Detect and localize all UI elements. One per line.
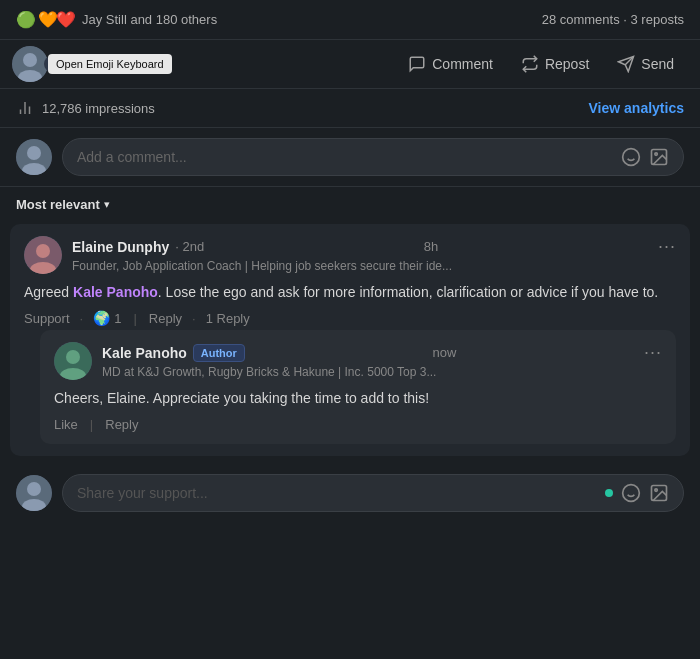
commenter-avatar — [16, 139, 52, 175]
dot-sep-1: · — [80, 311, 84, 326]
elaine-name-row: Elaine Dunphy · 2nd 8h ··· — [72, 236, 676, 257]
kale-name: Kale Panoho — [102, 345, 187, 361]
view-analytics-link[interactable]: View analytics — [589, 100, 684, 116]
elaine-actions-row: Support · 🌍 1 | Reply · 1 Reply — [24, 310, 676, 326]
share-support-row: Share your support... — [0, 466, 700, 522]
send-label: Send — [641, 56, 674, 72]
share-input-box[interactable]: Share your support... — [62, 474, 684, 512]
share-avatar — [16, 475, 52, 511]
kale-more-dots[interactable]: ··· — [644, 342, 662, 363]
pipe-sep-2: | — [90, 417, 93, 432]
svg-point-18 — [36, 244, 50, 258]
impressions-bar: 12,786 impressions View analytics — [0, 89, 700, 128]
svg-point-12 — [623, 149, 640, 166]
elaine-meta: Elaine Dunphy · 2nd 8h ··· Founder, Job … — [72, 236, 676, 273]
nested-comment-kale: Kale Panoho Author now ··· MD at K&J Gro… — [40, 330, 676, 443]
elaine-avatar — [24, 236, 62, 274]
comment-button[interactable]: Comment — [394, 49, 507, 79]
bar-chart-icon — [16, 99, 34, 117]
reaction-icons: 🟢 🧡 ❤️ — [16, 10, 76, 29]
kale-header: Kale Panoho Author now ··· MD at K&J Gro… — [54, 342, 662, 380]
elaine-time: 8h — [424, 239, 438, 254]
stats-text: 28 comments · 3 reposts — [542, 12, 684, 27]
comment-input-placeholder: Add a comment... — [77, 149, 613, 165]
kale-time: now — [432, 345, 456, 360]
send-button[interactable]: Send — [603, 49, 688, 79]
repost-label: Repost — [545, 56, 589, 72]
reaction-1: 🌍 1 — [93, 310, 121, 326]
share-emoji-button[interactable] — [621, 483, 641, 503]
impressions-count: 12,786 impressions — [42, 101, 155, 116]
like-action-kale[interactable]: Like — [54, 417, 78, 432]
user-avatar — [12, 46, 48, 82]
impressions-left: 12,786 impressions — [16, 99, 155, 117]
svg-point-16 — [655, 153, 658, 156]
elaine-more-dots[interactable]: ··· — [658, 236, 676, 257]
elaine-subtitle: Founder, Job Application Coach | Helping… — [72, 259, 492, 273]
svg-point-24 — [27, 482, 41, 496]
reaction-count-1: 1 — [114, 311, 121, 326]
svg-point-10 — [27, 146, 41, 160]
share-input-placeholder: Share your support... — [77, 485, 597, 501]
body-after-mention: . Lose the ego and ask for more informat… — [158, 284, 658, 300]
svg-point-26 — [623, 484, 640, 501]
repost-button[interactable]: Repost — [507, 49, 603, 79]
svg-point-30 — [655, 488, 658, 491]
pipe-sep-1: | — [133, 311, 136, 326]
body-before-mention: Agreed — [24, 284, 73, 300]
share-image-button[interactable] — [649, 483, 669, 503]
reply-count-1[interactable]: 1 Reply — [206, 311, 250, 326]
top-bar: 🟢 🧡 ❤️ Jay Still and 180 others 28 comme… — [0, 0, 700, 40]
kale-actions-row: Like | Reply — [54, 417, 662, 432]
elaine-degree: · 2nd — [175, 239, 204, 254]
comment-card-elaine: Elaine Dunphy · 2nd 8h ··· Founder, Job … — [10, 224, 690, 456]
comment-input-row: Add a comment... — [0, 128, 700, 187]
filter-label[interactable]: Most relevant — [16, 197, 100, 212]
teal-indicator-dot — [605, 489, 613, 497]
action-buttons: Comment Repost Send — [394, 49, 688, 79]
kale-name-row: Kale Panoho Author now ··· — [102, 342, 662, 363]
dot-sep-2: · — [192, 311, 196, 326]
svg-point-1 — [23, 53, 37, 67]
elaine-comment-body: Agreed Kale Panoho. Lose the ego and ask… — [24, 282, 676, 302]
author-badge: Author — [193, 344, 245, 362]
kale-meta: Kale Panoho Author now ··· MD at K&J Gro… — [102, 342, 662, 379]
svg-point-21 — [66, 350, 80, 364]
emoji-keyboard-tooltip: Open Emoji Keyboard — [48, 54, 172, 74]
likes-text: Jay Still and 180 others — [82, 12, 217, 27]
comment-section: Elaine Dunphy · 2nd 8h ··· Founder, Job … — [0, 218, 700, 462]
comment-input-box[interactable]: Add a comment... — [62, 138, 684, 176]
reply-action-1[interactable]: Reply — [149, 311, 182, 326]
comment-label: Comment — [432, 56, 493, 72]
top-bar-left: 🟢 🧡 ❤️ Jay Still and 180 others — [16, 10, 217, 29]
filter-row: Most relevant ▾ — [0, 187, 700, 218]
action-bar: Open Emoji Keyboard Comment Repost Send — [0, 40, 700, 89]
elaine-name: Elaine Dunphy — [72, 239, 169, 255]
filter-chevron-icon[interactable]: ▾ — [104, 198, 110, 211]
comment-header-elaine: Elaine Dunphy · 2nd 8h ··· Founder, Job … — [24, 236, 676, 274]
kale-subtitle: MD at K&J Growth, Rugby Bricks & Hakune … — [102, 365, 522, 379]
image-button[interactable] — [649, 147, 669, 167]
mention-kale[interactable]: Kale Panoho — [73, 284, 158, 300]
reaction-emoji-1: 🌍 — [93, 310, 110, 326]
kale-comment-body: Cheers, Elaine. Appreciate you taking th… — [54, 388, 662, 408]
reply-action-kale[interactable]: Reply — [105, 417, 138, 432]
support-action[interactable]: Support — [24, 311, 70, 326]
emoji-button[interactable] — [621, 147, 641, 167]
kale-avatar — [54, 342, 92, 380]
